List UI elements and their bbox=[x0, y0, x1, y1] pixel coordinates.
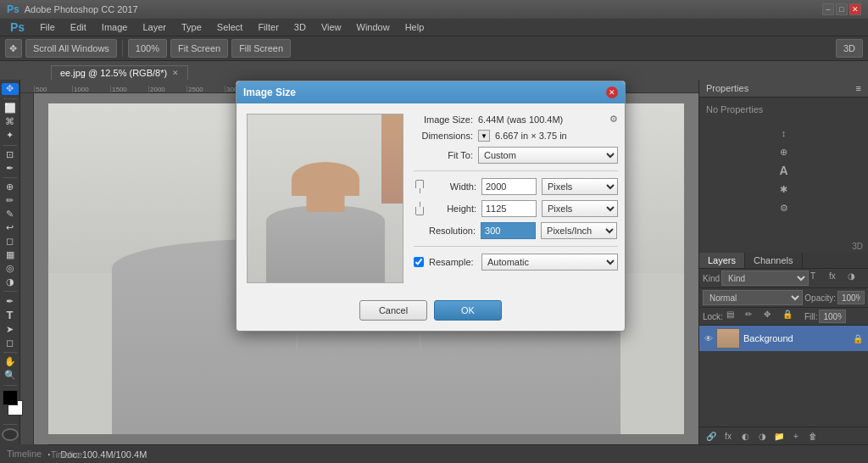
width-input[interactable]: 2000 bbox=[481, 178, 537, 195]
shape-tool[interactable]: ◻ bbox=[2, 337, 19, 349]
height-label: Height: bbox=[429, 204, 476, 214]
menu-filter[interactable]: Filter bbox=[251, 20, 285, 34]
right-tool-5[interactable]: ⚙ bbox=[776, 199, 793, 216]
tab-close-button[interactable]: ✕ bbox=[172, 69, 179, 77]
lock-all-btn[interactable]: 🔒 bbox=[782, 310, 799, 323]
layer-filter-t[interactable]: T bbox=[810, 271, 827, 285]
crop-tool[interactable]: ⊡ bbox=[2, 148, 19, 160]
zoom-100-button[interactable]: 100% bbox=[128, 39, 167, 58]
pen-tool[interactable]: ✒ bbox=[2, 295, 19, 307]
lock-image-btn[interactable]: ✏ bbox=[745, 310, 762, 323]
cancel-button[interactable]: Cancel bbox=[359, 300, 427, 321]
scroll-all-windows-button[interactable]: Scroll All Windows bbox=[25, 39, 117, 58]
eraser-tool[interactable]: ◻ bbox=[2, 236, 19, 248]
properties-menu-icon[interactable]: ≡ bbox=[856, 83, 861, 93]
gradient-tool[interactable]: ▦ bbox=[2, 249, 19, 261]
menu-window[interactable]: Window bbox=[350, 20, 397, 34]
hand-tool[interactable]: ✋ bbox=[2, 356, 19, 368]
magic-wand-tool[interactable]: ✦ bbox=[2, 130, 19, 142]
layers-tab[interactable]: Layers bbox=[699, 253, 745, 268]
resample-select[interactable]: Automatic Preserve Details Bicubic Smoot… bbox=[481, 254, 618, 271]
dialog-close-button[interactable]: ✕ bbox=[606, 86, 618, 98]
menu-edit[interactable]: Edit bbox=[64, 20, 93, 34]
resample-checkbox[interactable] bbox=[414, 257, 424, 267]
lock-position-btn[interactable]: ✥ bbox=[764, 310, 781, 323]
fit-screen-button[interactable]: Fit Screen bbox=[170, 39, 228, 58]
fit-to-row: Fit To: Custom Original Size Letter (300… bbox=[414, 147, 618, 164]
blend-mode-toolbar: Normal Opacity: 100% bbox=[699, 288, 868, 308]
layer-item[interactable]: 👁 Background 🔒 bbox=[699, 326, 868, 351]
path-selection-tool[interactable]: ➤ bbox=[2, 323, 19, 335]
add-style-btn[interactable]: fx bbox=[721, 430, 735, 442]
right-tool-4[interactable]: ✱ bbox=[776, 181, 793, 198]
type-tool[interactable]: T bbox=[2, 309, 19, 321]
new-adjustment-btn[interactable]: ◑ bbox=[755, 430, 769, 442]
opacity-input[interactable]: 100% bbox=[837, 291, 865, 304]
maximize-button[interactable]: □ bbox=[836, 3, 848, 15]
height-unit-select[interactable]: Pixels Percent Inches cm bbox=[542, 200, 618, 217]
title-bar-left: Ps Adobe Photoshop CC 2017 bbox=[7, 3, 138, 15]
lock-transparent-btn[interactable]: ▤ bbox=[726, 310, 743, 323]
menu-type[interactable]: Type bbox=[175, 20, 209, 34]
dialog-controls: Image Size: 6.44M (was 100.4M) ⚙ Dimensi… bbox=[414, 114, 618, 283]
eyedropper-tool[interactable]: ✒ bbox=[2, 162, 19, 174]
image-size-dialog[interactable]: Image Size ✕ Image Size: 6.44M (was 100.… bbox=[236, 81, 626, 332]
tick-1500: 1500 bbox=[110, 86, 148, 93]
close-button[interactable]: ✕ bbox=[849, 3, 861, 15]
ctrl-divider-2 bbox=[414, 246, 618, 247]
ok-button[interactable]: OK bbox=[434, 300, 502, 321]
menu-image[interactable]: Image bbox=[95, 20, 135, 34]
color-swatches bbox=[3, 390, 18, 421]
brush-tool[interactable]: ✏ bbox=[2, 195, 19, 207]
fill-input[interactable]: 100% bbox=[819, 310, 846, 323]
menu-help[interactable]: Help bbox=[398, 20, 431, 34]
dimensions-toggle-button[interactable]: ▼ bbox=[478, 130, 490, 142]
menu-3d[interactable]: 3D bbox=[287, 20, 313, 34]
zoom-tool[interactable]: 🔍 bbox=[2, 370, 19, 382]
width-unit-select[interactable]: Pixels Percent Inches cm bbox=[542, 178, 618, 195]
lasso-tool[interactable]: ⌘ bbox=[2, 116, 19, 128]
quick-mask-button[interactable] bbox=[2, 428, 19, 441]
new-group-btn[interactable]: 📁 bbox=[772, 430, 786, 442]
layer-kind-select[interactable]: Kind bbox=[721, 271, 809, 286]
new-layer-btn[interactable]: + bbox=[789, 430, 803, 442]
image-size-gear-icon[interactable]: ⚙ bbox=[609, 114, 618, 125]
clone-stamp-tool[interactable]: ✎ bbox=[2, 209, 19, 220]
menu-layer[interactable]: Layer bbox=[136, 20, 173, 34]
lock-label: Lock: bbox=[703, 312, 723, 321]
3d-button[interactable]: 3D bbox=[836, 39, 863, 58]
blend-mode-select[interactable]: Normal bbox=[703, 290, 803, 305]
layer-filter-fx[interactable]: fx bbox=[829, 271, 846, 285]
channels-tab[interactable]: Channels bbox=[745, 253, 802, 268]
right-tool-2[interactable]: ⊕ bbox=[776, 143, 793, 160]
add-mask-btn[interactable]: ◐ bbox=[738, 430, 752, 442]
right-tool-3[interactable]: A bbox=[776, 162, 793, 179]
menu-ps[interactable]: Ps bbox=[3, 19, 31, 36]
delete-layer-btn[interactable]: 🗑 bbox=[806, 430, 820, 442]
layer-filter-adj[interactable]: ◑ bbox=[848, 271, 865, 285]
healing-brush-tool[interactable]: ⊕ bbox=[2, 181, 19, 193]
history-brush-tool[interactable]: ↩ bbox=[2, 222, 19, 234]
link-layers-btn[interactable]: 🔗 bbox=[704, 430, 718, 442]
fit-to-select[interactable]: Custom Original Size Letter (300 ppi) A4… bbox=[478, 147, 618, 164]
resolution-unit-select[interactable]: Pixels/Inch Pixels/cm bbox=[541, 222, 617, 239]
foreground-color[interactable] bbox=[3, 390, 18, 405]
menu-file[interactable]: File bbox=[33, 20, 62, 34]
height-input[interactable]: 1125 bbox=[481, 200, 537, 217]
no-properties-text: No Properties bbox=[706, 104, 763, 114]
dimensions-label: Dimensions: bbox=[414, 131, 473, 141]
menu-view[interactable]: View bbox=[314, 20, 348, 34]
move-tool[interactable]: ✥ bbox=[2, 83, 19, 95]
resolution-input[interactable]: 300 bbox=[481, 222, 536, 239]
blur-tool[interactable]: ◎ bbox=[2, 263, 19, 275]
layer-visible-icon[interactable]: 👁 bbox=[704, 334, 713, 343]
fill-screen-button[interactable]: Fill Screen bbox=[231, 39, 291, 58]
right-tool-1[interactable]: ↕ bbox=[776, 125, 793, 142]
dodge-tool[interactable]: ◑ bbox=[2, 276, 19, 288]
marquee-tool[interactable]: ⬜ bbox=[2, 103, 19, 114]
menu-select[interactable]: Select bbox=[210, 20, 250, 34]
document-tab[interactable]: ee.jpg @ 12.5% (RGB/8*) ✕ bbox=[51, 65, 188, 80]
layers-empty-area bbox=[699, 351, 868, 427]
layer-lock-icon: 🔒 bbox=[853, 334, 863, 343]
minimize-button[interactable]: – bbox=[822, 3, 834, 15]
